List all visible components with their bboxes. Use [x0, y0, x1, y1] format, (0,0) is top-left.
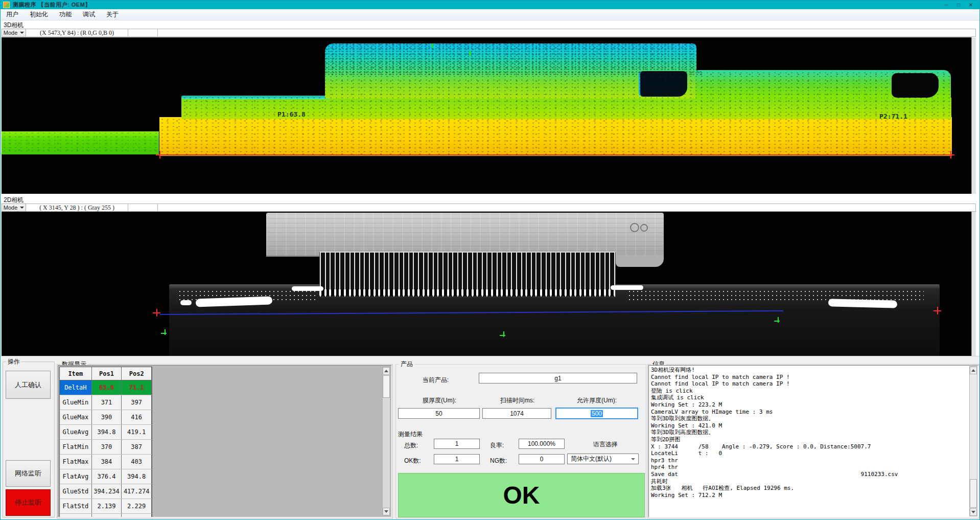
scroll-down-arrow[interactable]: [970, 508, 977, 516]
heightmap-left-noise: [2, 131, 159, 154]
triangle-down-icon: [384, 510, 388, 513]
table-row[interactable]: FlatMin 370 387: [60, 440, 152, 455]
result-status-panel: OK: [398, 473, 645, 517]
ng-count-field[interactable]: 0: [519, 454, 565, 464]
cell-pos2: 417.274: [122, 484, 152, 499]
cell-pos2: 387: [122, 440, 152, 454]
yield-label: 良率:: [490, 441, 504, 450]
cell-item: DeltaH: [60, 380, 92, 395]
log-line: 3D相机没有网络!: [651, 367, 967, 374]
product-group: 产品 当前产品: g1 膜厚度(Um): 扫描时间ms: 允许厚度(Um): 5…: [395, 364, 646, 518]
table-row[interactable]: GlueMax 390 416: [60, 410, 152, 425]
pcb-trace-texture: [266, 213, 664, 256]
menu-item[interactable]: 关于: [101, 9, 124, 20]
total-field[interactable]: 1: [434, 439, 480, 449]
stop-listen-button[interactable]: 停止监听: [6, 489, 51, 516]
chevron-down-icon: [631, 458, 635, 460]
manual-confirm-button[interactable]: 人工确认: [6, 371, 51, 399]
marker-cross-green-1: [161, 329, 167, 335]
camera2d-viewport[interactable]: [2, 212, 976, 356]
cell-pos1: 390: [92, 410, 122, 424]
minimize-button[interactable]: ─: [940, 1, 952, 9]
col-header-item[interactable]: Item: [60, 367, 92, 380]
log-line: 登陆 is click: [651, 388, 967, 395]
camera2d-mode-button[interactable]: Mode: [2, 204, 26, 212]
film-thickness-field[interactable]: 50: [398, 408, 480, 419]
heightmap-noise-top: [323, 42, 702, 76]
film-thickness-label: 膜厚度(Um):: [411, 396, 468, 405]
table-row[interactable]: FlatMax 384 403: [60, 455, 152, 469]
cell-pos1: 63.8: [92, 380, 122, 395]
log-output[interactable]: 3D相机没有网络!Cannot find local IP to match c…: [651, 367, 967, 516]
scrollbar-thumb[interactable]: [383, 375, 390, 398]
window-title: 测膜程序 【当前用户: OEM】: [13, 1, 91, 9]
table-row[interactable]: GlueMin 371 397: [60, 395, 152, 410]
scan-time-label: 扫描时间ms:: [483, 396, 552, 405]
white-streak-right: [611, 285, 643, 290]
network-listen-button[interactable]: 网络监听: [6, 460, 51, 487]
viewport2d-scroll-strip[interactable]: [971, 212, 976, 356]
cell-item: FlatMax: [60, 455, 92, 469]
viewport3d-scroll-strip[interactable]: [971, 37, 976, 194]
table-row[interactable]: FlatAvg 376.4 394.8: [60, 469, 152, 484]
log-scrollbar[interactable]: [969, 366, 977, 516]
white-streak-left: [292, 286, 323, 291]
menu-item[interactable]: 初始化: [24, 9, 54, 20]
allowed-thickness-field[interactable]: 500: [555, 408, 638, 419]
menu-bar: 用户初始化功能调试关于: [1, 9, 979, 20]
cell-pos2: 403: [122, 455, 152, 469]
table-body: DeltaH 63.8 71.1 GlueMin 371 397: [60, 380, 152, 517]
ok-count-field[interactable]: 1: [434, 454, 480, 464]
operation-group: 操作 人工确认 网络监听 停止监听: [3, 361, 55, 517]
close-button[interactable]: ✕: [965, 1, 977, 9]
current-product-field[interactable]: g1: [479, 373, 637, 383]
scroll-down-arrow[interactable]: [383, 508, 390, 515]
data-table: Item Pos1 Pos2 DeltaH 63.8 71.1: [59, 367, 152, 517]
table-row[interactable]: FlatStd 2.139 2.229: [60, 499, 152, 514]
maximize-button[interactable]: □: [952, 1, 965, 9]
triangle-up-icon: [971, 369, 975, 372]
camera3d-viewport[interactable]: P1:63.8 P2:71.1: [2, 37, 976, 194]
selected-text: 500: [591, 410, 603, 417]
table-scrollbar[interactable]: [382, 367, 390, 516]
table-row[interactable]: DeltaH 63.8 71.1: [60, 380, 152, 395]
title-bar: 测膜程序 【当前用户: OEM】 ─ □ ✕: [1, 1, 979, 9]
scan-time-field[interactable]: 1074: [482, 408, 551, 419]
col-header-pos1[interactable]: Pos1: [92, 367, 122, 380]
language-select[interactable]: 简体中文(默认): [567, 454, 639, 464]
cell-pos1: 376.4: [92, 469, 122, 484]
p1-measure-label: P1:63.8: [277, 110, 306, 118]
triangle-up-icon: [384, 370, 388, 372]
camera3d-pixel-readout: (X 5473,Y 84) : (R 0,G 0,B 0): [26, 29, 128, 37]
table-row[interactable]: GlueStd 394.234 417.274: [60, 484, 152, 499]
cell-pos1: 394.8: [92, 425, 122, 439]
mode-button-label: Mode: [4, 205, 18, 211]
col-header-pos2[interactable]: Pos2: [122, 367, 152, 380]
yield-field[interactable]: 100.000%: [519, 439, 565, 449]
menu-item[interactable]: 功能: [54, 9, 77, 20]
operation-group-label: 操作: [6, 357, 21, 366]
log-line: Working Set : 712.2 M: [651, 492, 967, 499]
log-line: Working Set : 421.0 M: [651, 422, 967, 429]
green-tick-2: [470, 51, 471, 56]
cell-pos1: 2.139: [92, 499, 122, 513]
pcb-tab: [616, 255, 664, 267]
log-line: 等到2D拼图: [651, 436, 967, 443]
solder-blob-small: [180, 300, 192, 305]
cell-pos2: 416: [122, 410, 152, 424]
cell-item: GlueMax: [60, 410, 92, 424]
marker-cross-left: [156, 151, 164, 159]
cell-pos2: 397: [122, 395, 152, 410]
scroll-up-arrow[interactable]: [970, 367, 977, 374]
camera3d-mode-button[interactable]: Mode: [2, 29, 26, 37]
scrollbar-thumb[interactable]: [970, 479, 977, 508]
data-grid-background: Item Pos1 Pos2 DeltaH 63.8 71.1: [58, 365, 392, 517]
measure-line-red: [159, 154, 952, 155]
cell-pos1: 370: [92, 440, 122, 454]
scroll-up-arrow[interactable]: [383, 367, 390, 375]
log-line: 加载3张 相机 行AOI检查, Elapsed 19296 ms.: [651, 485, 967, 492]
menu-item[interactable]: 用户: [1, 9, 24, 20]
table-row[interactable]: GlueAvg 394.8 419.1: [60, 425, 152, 440]
table-row[interactable]: X 2583.5 7866.7: [60, 514, 152, 517]
menu-item[interactable]: 调试: [77, 9, 101, 20]
